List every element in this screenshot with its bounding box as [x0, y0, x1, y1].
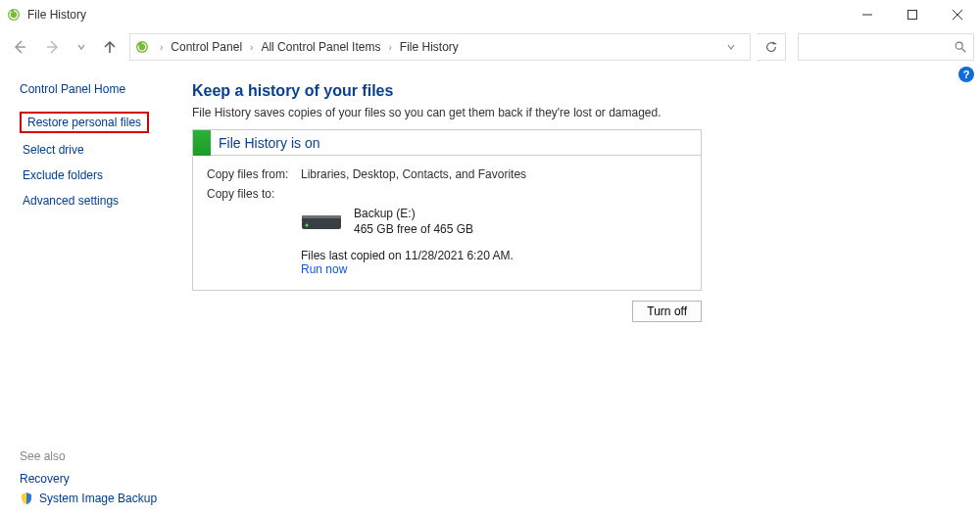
window-title: File History: [27, 8, 86, 22]
chevron-right-icon: ›: [246, 42, 257, 53]
address-bar-row: › Control Panel › All Control Panel Item…: [0, 29, 980, 65]
sidebar-link-select-drive[interactable]: Select drive: [20, 141, 87, 159]
page-heading: Keep a history of your files: [192, 82, 964, 100]
run-now-link[interactable]: Run now: [301, 262, 687, 276]
copy-from-label: Copy files from:: [207, 167, 301, 181]
see-also-label: See also: [20, 449, 180, 463]
chevron-right-icon: ›: [384, 42, 395, 53]
svg-rect-2: [908, 11, 917, 20]
copy-to-label: Copy files to:: [207, 187, 301, 201]
close-button[interactable]: [935, 0, 980, 29]
help-badge[interactable]: ?: [958, 67, 974, 82]
see-also-recovery-link[interactable]: Recovery: [20, 472, 180, 486]
title-bar: File History: [0, 0, 980, 29]
nav-forward-button[interactable]: [39, 33, 67, 61]
breadcrumb-bar[interactable]: › Control Panel › All Control Panel Item…: [129, 33, 751, 61]
maximize-button[interactable]: [890, 0, 935, 29]
status-title: File History is on: [219, 135, 319, 151]
nav-back-button[interactable]: [6, 33, 33, 61]
svg-point-13: [306, 223, 309, 226]
shield-icon: [20, 492, 33, 505]
drive-label: Backup (E:): [354, 207, 473, 222]
breadcrumb-item[interactable]: Control Panel: [169, 40, 244, 54]
drive-row: Backup (E:) 465 GB free of 465 GB: [301, 207, 687, 237]
search-input[interactable]: [798, 33, 974, 61]
page-description: File History saves copies of your files …: [192, 106, 964, 119]
see-also-system-image-label: System Image Backup: [39, 492, 157, 505]
sidebar: Control Panel Home Restore personal file…: [0, 65, 192, 516]
app-icon: [6, 7, 22, 23]
control-panel-home-link[interactable]: Control Panel Home: [20, 82, 180, 96]
breadcrumb-root-icon: [134, 39, 150, 55]
nav-up-button[interactable]: [96, 33, 123, 61]
see-also-system-image-link[interactable]: System Image Backup: [20, 492, 180, 505]
sidebar-link-exclude[interactable]: Exclude folders: [20, 166, 106, 184]
minimize-button[interactable]: [845, 0, 890, 29]
svg-rect-12: [302, 215, 341, 218]
status-header: File History is on: [193, 130, 701, 156]
copy-from-value: Libraries, Desktop, Contacts, and Favori…: [301, 167, 526, 181]
breadcrumb-history-dropdown[interactable]: [716, 33, 746, 61]
turn-off-button[interactable]: Turn off: [632, 301, 702, 322]
svg-line-10: [962, 49, 966, 53]
window-controls: [845, 0, 980, 29]
breadcrumb-item[interactable]: File History: [398, 40, 461, 54]
content-body: Control Panel Home Restore personal file…: [0, 65, 980, 516]
chevron-right-icon: ›: [156, 42, 167, 53]
nav-recent-dropdown[interactable]: [73, 33, 90, 61]
see-also-recovery-label: Recovery: [20, 472, 70, 486]
svg-point-9: [956, 42, 962, 49]
status-ok-icon: [193, 130, 211, 156]
breadcrumb-item[interactable]: All Control Panel Items: [259, 40, 382, 54]
search-icon: [954, 40, 967, 54]
sidebar-link-restore[interactable]: Restore personal files: [20, 112, 149, 133]
drive-free-space: 465 GB free of 465 GB: [354, 222, 473, 238]
sidebar-link-advanced[interactable]: Advanced settings: [20, 192, 122, 210]
last-copied-text: Files last copied on 11/28/2021 6:20 AM.: [301, 249, 687, 262]
status-panel: File History is on Copy files from: Libr…: [192, 129, 702, 291]
drive-icon: [301, 210, 342, 235]
refresh-button[interactable]: [757, 33, 786, 61]
main-panel: ? Keep a history of your files File Hist…: [192, 65, 980, 516]
